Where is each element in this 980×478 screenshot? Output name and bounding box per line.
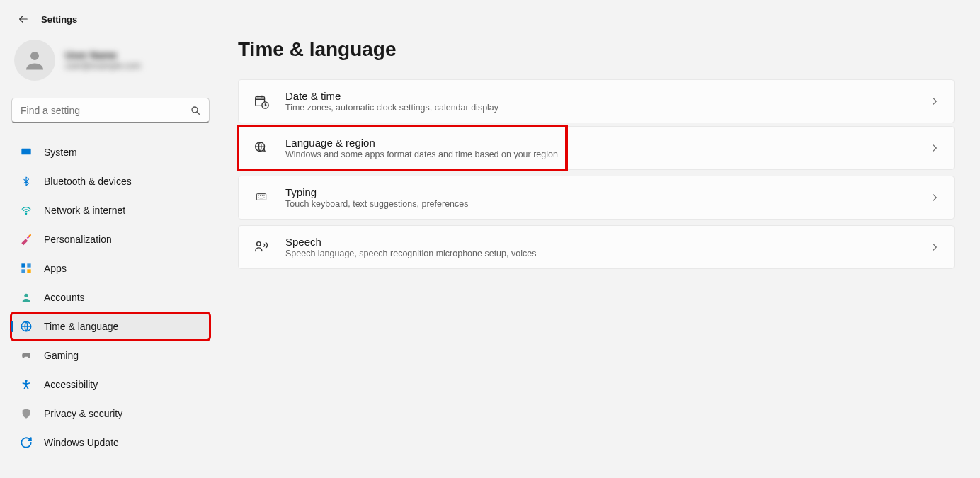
card-body: Language & region Windows and some apps … <box>285 137 930 159</box>
card-title: Speech <box>285 236 930 248</box>
avatar <box>14 40 55 81</box>
user-block[interactable]: User Name user@example.com <box>11 34 210 98</box>
chevron-right-icon <box>930 143 940 153</box>
svg-rect-7 <box>21 269 25 273</box>
network-icon <box>20 204 33 217</box>
accessibility-icon <box>20 378 33 391</box>
keyboard-icon <box>253 189 270 206</box>
nav-item-system[interactable]: System <box>11 139 210 166</box>
nav-label: Accessibility <box>44 379 98 390</box>
nav-label: System <box>44 147 77 158</box>
svg-rect-5 <box>21 263 25 267</box>
card-subtitle: Speech language, speech recognition micr… <box>285 249 930 258</box>
svg-point-0 <box>30 52 39 60</box>
speech-icon <box>253 239 270 256</box>
svg-rect-15 <box>256 194 266 200</box>
card-body: Typing Touch keyboard, text suggestions,… <box>285 186 930 209</box>
back-button[interactable] <box>17 13 30 25</box>
nav-label: Network & internet <box>44 205 125 216</box>
nav-label: Apps <box>44 263 67 274</box>
card-title: Typing <box>285 186 930 198</box>
card-date-time[interactable]: Date & time Time zones, automatic clock … <box>238 79 955 123</box>
nav-label: Time & language <box>44 321 118 332</box>
nav-label: Personalization <box>44 234 112 245</box>
app-title: Settings <box>41 14 77 25</box>
card-body: Speech Speech language, speech recogniti… <box>285 236 930 258</box>
user-email: user@example.com <box>65 61 141 71</box>
nav-item-personalization[interactable]: Personalization <box>11 226 210 253</box>
chevron-right-icon <box>930 193 940 203</box>
nav-label: Accounts <box>44 292 85 303</box>
nav-item-bluetooth[interactable]: Bluetooth & devices <box>11 168 210 195</box>
svg-rect-2 <box>21 149 30 155</box>
card-language-region[interactable]: Language & region Windows and some apps … <box>238 126 955 170</box>
accounts-icon <box>20 291 33 304</box>
card-subtitle: Touch keyboard, text suggestions, prefer… <box>285 199 930 209</box>
card-subtitle: Windows and some apps format dates and t… <box>285 149 930 159</box>
chevron-right-icon <box>930 96 940 106</box>
svg-point-16 <box>257 242 261 246</box>
sidebar: User Name user@example.com System Blueto… <box>11 34 224 458</box>
nav-item-accessibility[interactable]: Accessibility <box>11 371 210 398</box>
card-body: Date & time Time zones, automatic clock … <box>285 90 930 113</box>
svg-point-9 <box>24 294 28 297</box>
svg-point-11 <box>25 380 27 382</box>
user-text: User Name user@example.com <box>65 50 141 71</box>
page-title: Time & language <box>238 38 955 61</box>
user-name: User Name <box>65 50 141 61</box>
search-wrap <box>11 98 210 123</box>
personalization-icon <box>20 233 33 246</box>
nav-item-privacy[interactable]: Privacy & security <box>11 400 210 427</box>
svg-rect-8 <box>27 269 30 273</box>
svg-point-3 <box>25 213 26 214</box>
bluetooth-icon <box>20 175 33 188</box>
privacy-icon <box>20 407 33 420</box>
nav-item-time-language[interactable]: Time & language <box>11 313 210 340</box>
nav-item-accounts[interactable]: Accounts <box>11 284 210 311</box>
nav-item-network[interactable]: Network & internet <box>11 197 210 224</box>
nav-label: Windows Update <box>44 437 119 448</box>
main-content: Time & language Date & time Time zones, … <box>224 34 969 458</box>
arrow-left-icon <box>17 13 30 25</box>
svg-rect-6 <box>27 263 30 267</box>
nav-item-apps[interactable]: Apps <box>11 255 210 282</box>
nav-item-windows-update[interactable]: Windows Update <box>11 429 210 456</box>
nav-item-gaming[interactable]: Gaming <box>11 342 210 369</box>
card-subtitle: Time zones, automatic clock settings, ca… <box>285 103 930 113</box>
card-title: Date & time <box>285 90 930 102</box>
nav-list: System Bluetooth & devices Network & int… <box>11 139 210 456</box>
globe-language-icon <box>253 140 270 157</box>
nav-label: Privacy & security <box>44 408 122 419</box>
chevron-right-icon <box>930 242 940 252</box>
search-input[interactable] <box>11 98 210 123</box>
nav-label: Bluetooth & devices <box>44 176 132 187</box>
window-header: Settings <box>0 0 980 34</box>
card-speech[interactable]: Speech Speech language, speech recogniti… <box>238 225 955 269</box>
gaming-icon <box>20 349 33 362</box>
update-icon <box>20 436 33 449</box>
system-icon <box>20 146 33 159</box>
calendar-clock-icon <box>253 93 270 110</box>
time-language-icon <box>20 320 33 333</box>
nav-label: Gaming <box>44 350 79 361</box>
person-icon <box>22 47 47 73</box>
card-typing[interactable]: Typing Touch keyboard, text suggestions,… <box>238 176 955 220</box>
card-title: Language & region <box>285 137 930 149</box>
apps-icon <box>20 262 33 275</box>
